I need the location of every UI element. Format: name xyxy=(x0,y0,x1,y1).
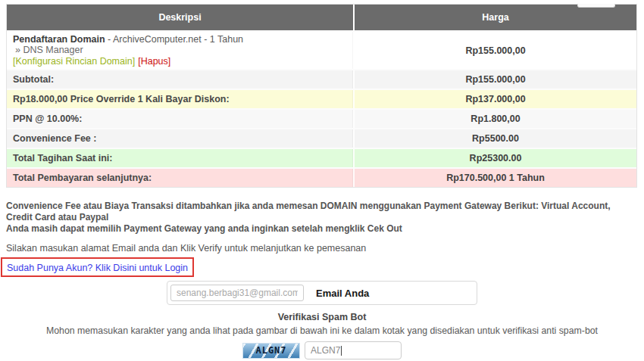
product-addon: » DNS Manager xyxy=(13,45,347,56)
checkout-page: Deskripsi Harga Pendaftaran Domain - Arc… xyxy=(0,4,644,361)
configure-domain-link[interactable]: [Konfigurasi Rincian Domain] xyxy=(13,56,135,67)
total-recurring-label: Total Pembayaran selanjutnya: xyxy=(7,169,353,187)
spam-bot-title: Verifikasi Spam Bot xyxy=(0,312,644,322)
table-row-tax: PPN @ 10.00%: Rp1.800,00 xyxy=(7,108,636,128)
order-summary-table: Deskripsi Harga Pendaftaran Domain - Arc… xyxy=(6,4,637,188)
table-row-total-current: Total Tagihan Saat ini: Rp25300.00 xyxy=(7,148,636,167)
table-row-subtotal: Subtotal: Rp155.000,00 xyxy=(7,69,636,89)
convenience-fee-note-line1: Convenience Fee atau Biaya Transaksi dit… xyxy=(6,201,638,223)
product-details: - ArchiveComputer.net - 1 Tahun xyxy=(105,34,244,45)
convenience-fee-note: Convenience Fee atau Biaya Transaksi dit… xyxy=(6,201,638,235)
column-header-description: Deskripsi xyxy=(7,12,353,23)
captcha-image: ALGN7 xyxy=(242,343,300,359)
tax-label: PPN @ 10.00%: xyxy=(7,110,353,128)
total-current-value: Rp25300.00 xyxy=(353,149,636,167)
email-input[interactable] xyxy=(170,285,304,301)
product-description-cell: Pendaftaran Domain - ArchiveComputer.net… xyxy=(7,32,353,69)
email-form-panel: Email Anda xyxy=(167,281,477,305)
remove-item-link[interactable]: [Hapus] xyxy=(138,56,170,67)
text-caret xyxy=(341,346,342,356)
convenience-fee-note-line2: Anda masih dapat memilih Payment Gateway… xyxy=(6,223,638,235)
table-row-convenience-fee: Convenience Fee : Rp5500.00 xyxy=(7,128,636,148)
captcha-section: ALGN7 ALGN7 xyxy=(0,341,644,359)
subtotal-label: Subtotal: xyxy=(7,70,353,89)
product-title: Pendaftaran Domain - ArchiveComputer.net… xyxy=(13,34,347,45)
product-price-cell: Rp155.000,00 xyxy=(353,32,636,69)
table-header-row: Deskripsi Harga xyxy=(7,5,636,30)
table-row-product: Pendaftaran Domain - ArchiveComputer.net… xyxy=(7,30,636,69)
captcha-input[interactable]: ALGN7 xyxy=(305,341,402,359)
table-row-discount: Rp18.000,00 Price Override 1 Kali Bayar … xyxy=(7,89,636,108)
email-instruction-text: Silakan masukan alamat Email anda dan Kl… xyxy=(6,243,638,254)
spam-bot-instruction: Mohon memasukan karakter yang anda lihat… xyxy=(0,325,644,336)
total-current-label: Total Tagihan Saat ini: xyxy=(7,149,353,167)
discount-label: Rp18.000,00 Price Override 1 Kali Bayar … xyxy=(7,90,353,108)
login-link-annotation-box: Sudah Punya Akun? Klik Disini untuk Logi… xyxy=(1,257,194,277)
column-header-price: Harga xyxy=(353,5,636,30)
discount-value: Rp137.000,00 xyxy=(353,90,636,108)
captcha-input-value: ALGN7 xyxy=(311,345,340,356)
product-name: Pendaftaran Domain xyxy=(13,34,105,45)
subtotal-value: Rp155.000,00 xyxy=(353,70,636,89)
table-row-total-recurring: Total Pembayaran selanjutnya: Rp170.500,… xyxy=(7,167,636,187)
captcha-image-text: ALGN7 xyxy=(255,345,286,356)
tax-value: Rp1.800,00 xyxy=(353,110,636,128)
login-link[interactable]: Sudah Punya Akun? Klik Disini untuk Logi… xyxy=(7,263,188,273)
total-recurring-value: Rp170.500,00 1 Tahun xyxy=(353,169,636,187)
convenience-fee-label: Convenience Fee : xyxy=(7,129,353,148)
product-links: [Konfigurasi Rincian Domain][Hapus] xyxy=(13,56,347,67)
email-input-label: Email Anda xyxy=(316,288,369,299)
convenience-fee-value: Rp5500.00 xyxy=(353,129,636,148)
cropped-element-top xyxy=(577,4,615,8)
